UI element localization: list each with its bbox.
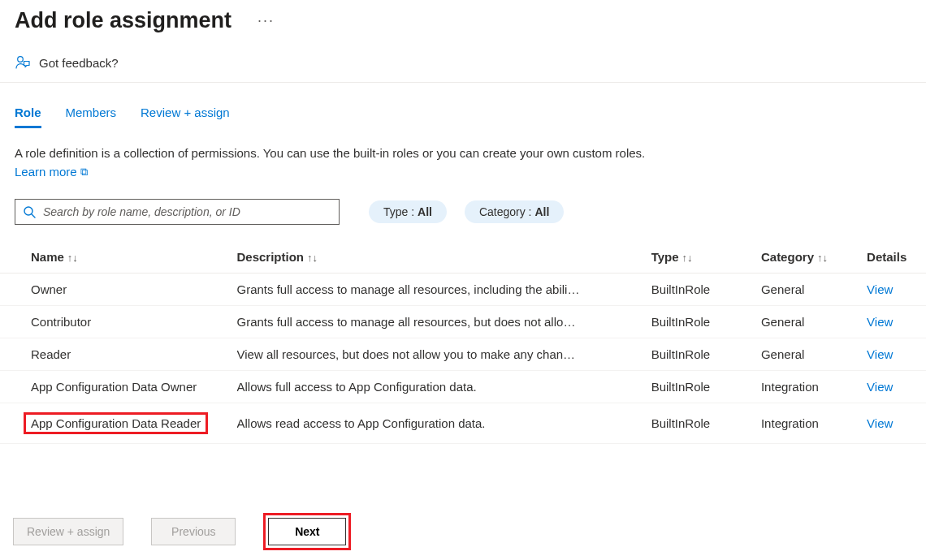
filter-category-pill[interactable]: Category : All xyxy=(465,200,564,223)
table-row[interactable]: ContributorGrants full access to manage … xyxy=(0,306,926,338)
filter-type-value: All xyxy=(418,205,432,218)
tabs: Role Members Review + assign xyxy=(0,83,926,128)
filter-type-label: Type : xyxy=(383,205,414,218)
tab-members[interactable]: Members xyxy=(66,106,117,128)
external-link-icon: ⧉ xyxy=(80,166,88,178)
role-name-cell: Contributor xyxy=(0,306,237,338)
table-row[interactable]: OwnerGrants full access to manage all re… xyxy=(0,274,926,306)
role-name-cell: App Configuration Data Owner xyxy=(0,371,237,403)
col-header-type[interactable]: Type↑↓ xyxy=(651,241,761,274)
filter-category-value: All xyxy=(534,205,549,218)
role-details-cell: View xyxy=(867,338,926,371)
filter-type-pill[interactable]: Type : All xyxy=(369,200,447,223)
role-details-cell: View xyxy=(867,371,926,403)
tab-review-assign[interactable]: Review + assign xyxy=(141,106,230,128)
role-description-block: A role definition is a collection of per… xyxy=(0,128,682,184)
got-feedback-link[interactable]: Got feedback? xyxy=(15,54,119,71)
role-description-cell: Allows full access to App Configuration … xyxy=(237,371,651,403)
role-description-cell: Grants full access to manage all resourc… xyxy=(237,274,651,306)
role-details-cell: View xyxy=(867,306,926,338)
svg-line-2 xyxy=(32,214,35,218)
sort-icon: ↑↓ xyxy=(307,252,318,264)
view-details-link[interactable]: View xyxy=(867,315,893,329)
tab-role[interactable]: Role xyxy=(15,106,41,128)
got-feedback-label: Got feedback? xyxy=(39,56,119,70)
role-type-cell: BuiltInRole xyxy=(651,274,761,306)
role-details-cell: View xyxy=(867,274,926,306)
review-assign-button: Review + assign xyxy=(13,518,123,545)
role-category-cell: General xyxy=(761,338,867,371)
role-type-cell: BuiltInRole xyxy=(651,403,761,444)
role-description-cell: View all resources, but does not allow y… xyxy=(237,338,651,371)
page-title: Add role assignment xyxy=(15,8,232,33)
role-name-cell: Owner xyxy=(0,274,237,306)
col-header-category-label: Category xyxy=(761,250,814,264)
role-name-highlighted: App Configuration Data Reader xyxy=(24,412,208,434)
col-header-name-label: Name xyxy=(31,250,64,264)
view-details-link[interactable]: View xyxy=(867,380,893,394)
role-category-cell: Integration xyxy=(761,403,867,444)
filter-category-label: Category : xyxy=(479,205,532,218)
more-actions-icon[interactable]: ··· xyxy=(257,12,275,29)
sort-icon: ↑↓ xyxy=(67,252,78,264)
role-type-cell: BuiltInRole xyxy=(651,306,761,338)
previous-button: Previous xyxy=(151,518,236,545)
role-description-cell: Grants full access to manage all resourc… xyxy=(237,306,651,338)
view-details-link[interactable]: View xyxy=(867,282,893,296)
col-header-name[interactable]: Name↑↓ xyxy=(0,241,237,274)
role-name-cell: App Configuration Data Reader xyxy=(0,403,237,444)
table-row[interactable]: App Configuration Data OwnerAllows full … xyxy=(0,371,926,403)
col-header-description-label: Description xyxy=(237,250,305,264)
role-description-cell: Allows read access to App Configuration … xyxy=(237,403,651,444)
sort-icon: ↑↓ xyxy=(817,252,828,264)
table-row[interactable]: App Configuration Data ReaderAllows read… xyxy=(0,403,926,444)
role-type-cell: BuiltInRole xyxy=(651,371,761,403)
search-icon xyxy=(23,205,36,218)
role-search-input[interactable] xyxy=(15,199,340,225)
role-name-cell: Reader xyxy=(0,338,237,371)
roles-table: Name↑↓ Description↑↓ Type↑↓ Category↑↓ D… xyxy=(0,241,926,444)
svg-point-0 xyxy=(18,57,24,62)
role-details-cell: View xyxy=(867,403,926,444)
feedback-icon xyxy=(15,54,31,71)
learn-more-link[interactable]: Learn more ⧉ xyxy=(15,165,88,179)
learn-more-label: Learn more xyxy=(15,165,77,179)
col-header-type-label: Type xyxy=(651,250,679,264)
role-type-cell: BuiltInRole xyxy=(651,338,761,371)
col-header-category[interactable]: Category↑↓ xyxy=(761,241,867,274)
col-header-description[interactable]: Description↑↓ xyxy=(237,241,651,274)
sort-icon: ↑↓ xyxy=(682,252,693,264)
role-category-cell: General xyxy=(761,274,867,306)
view-details-link[interactable]: View xyxy=(867,347,893,361)
table-row[interactable]: ReaderView all resources, but does not a… xyxy=(0,338,926,371)
next-button[interactable]: Next xyxy=(268,518,346,545)
next-button-highlight: Next xyxy=(263,513,351,550)
role-category-cell: Integration xyxy=(761,371,867,403)
role-description-text: A role definition is a collection of per… xyxy=(15,146,645,160)
col-header-details-label: Details xyxy=(867,250,907,264)
svg-point-1 xyxy=(24,207,32,215)
col-header-details: Details xyxy=(867,241,926,274)
view-details-link[interactable]: View xyxy=(867,416,893,430)
role-category-cell: General xyxy=(761,306,867,338)
